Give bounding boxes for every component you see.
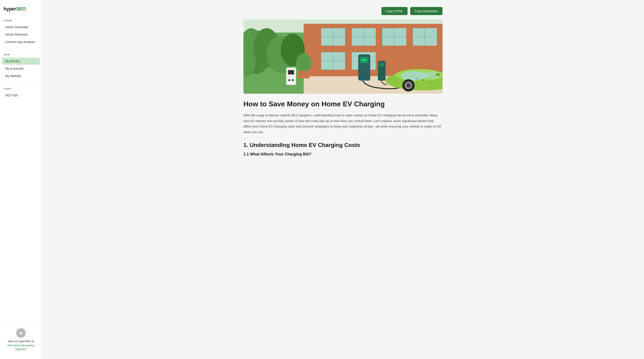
learn-section-label: Learn [0, 85, 42, 92]
svg-rect-32 [288, 70, 294, 74]
sidebar-item-my-website[interactable]: My Website [2, 72, 40, 80]
svg-point-33 [288, 79, 290, 81]
divider-1 [4, 48, 38, 48]
copy-html-button[interactable]: Copy HTML [382, 7, 408, 15]
create-section-label: Create [0, 17, 42, 23]
svg-rect-47 [436, 74, 440, 76]
svg-point-29 [296, 53, 311, 73]
copy-markdown-button[interactable]: Copy Markdown [410, 7, 442, 15]
sidebar-item-article-generator[interactable]: Article Generator [2, 24, 40, 30]
article-intro: With the surge in electric vehicle (EV) … [244, 112, 442, 135]
sidebar: hyperSEO Create Article Generator Articl… [0, 0, 42, 359]
sidebar-item-my-keywords[interactable]: My Keywords [2, 65, 40, 72]
sidebar-item-my-articles[interactable]: My Articles [2, 58, 40, 65]
article-title: How to Save Money on Home EV Charging [244, 100, 442, 108]
svg-point-53 [406, 83, 411, 88]
toolbar: Copy HTML Copy Markdown [244, 7, 442, 15]
sidebar-item-seo-tips[interactable]: SEO Tips [2, 92, 40, 99]
user-name: Alice at hyperSEO.ai [8, 340, 34, 343]
sidebar-bottom: ● Alice at hyperSEO.ai 100 Articles Rema… [0, 324, 42, 355]
svg-point-34 [292, 79, 294, 81]
section1-heading: 1. Understanding Home EV Charging Costs [244, 142, 442, 148]
svg-rect-38 [362, 59, 367, 61]
user-icon: ● [20, 330, 22, 336]
divider-2 [4, 82, 38, 82]
articles-remaining[interactable]: 100 Articles Remaining. Upgrade? [7, 344, 34, 351]
subsection1-heading: 1.1 What Affects Your Charging Bill? [244, 152, 442, 156]
sidebar-item-article-refresher[interactable]: Article Refresher [2, 31, 40, 38]
avatar: ● [16, 328, 26, 338]
svg-rect-40 [379, 63, 384, 66]
main-content: Copy HTML Copy Markdown [42, 0, 644, 359]
view-section-label: View [0, 51, 42, 58]
sidebar-item-content-gap-analyser[interactable]: Content Gap Analyser [2, 38, 40, 46]
logo: hyperSEO [0, 4, 42, 17]
svg-rect-56 [420, 80, 425, 80]
svg-rect-30 [298, 71, 310, 78]
article-hero-image [244, 20, 442, 94]
